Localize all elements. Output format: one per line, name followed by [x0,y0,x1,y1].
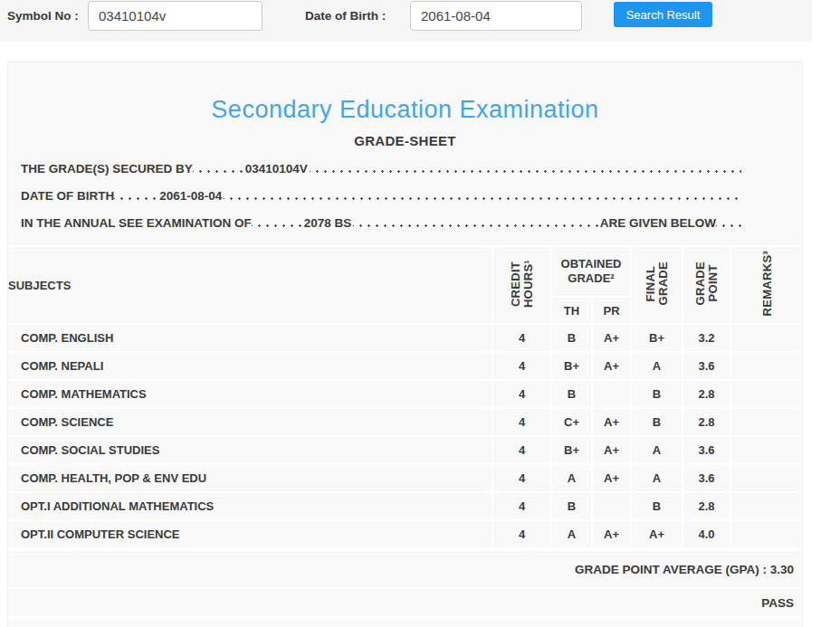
cell-th: B [551,380,592,408]
table-row: COMP. HEALTH, POP & ENV EDU4AA+A3.6 [8,464,803,492]
are-given-below-label: ARE GIVEN BELOW [600,216,716,230]
dob-value: 2061-08-04 [159,189,222,203]
cell-final_grade: A [631,464,682,492]
dot-leader [193,167,243,176]
result-status: PASS [761,596,794,610]
cell-th: B [551,324,592,352]
cell-credit_hours: 4 [492,436,551,464]
column-header-pr: PR [592,297,631,324]
cell-final_grade: A [631,436,682,464]
examination-label: IN THE ANNUAL SEE EXAMINATION OF [21,216,252,230]
symbol-no-value: 03410104V [245,162,308,176]
cell-th: A [551,520,592,548]
cell-subject: COMP. SOCIAL STUDIES [8,436,492,464]
cell-grade_point: 2.8 [682,408,730,436]
dot-leader [252,222,302,230]
dot-leader [353,222,599,230]
cell-pr: A+ [592,436,631,464]
cell-final_grade: B [631,408,682,436]
table-row: COMP. SCIENCE4C+A+B2.8 [8,408,803,436]
remarks-label: REMARKS³ [761,251,774,316]
search-bar: Symbol No : Date of Birth : Search Resul… [0,0,812,42]
table-row: COMP. ENGLISH4BA+B+3.2 [8,324,803,352]
cell-final_grade: A [631,352,682,380]
statement-lines: THE GRADE(S) SECURED BY 03410104V DATE O… [21,155,741,236]
grade-table: SUBJECTS CREDIT HOURS¹ OBTAINED GRADE² F… [8,245,803,549]
table-row: OPT.I ADDITIONAL MATHEMATICS4BB2.8 [8,492,803,520]
dob-statement-label: DATE OF BIRTH [21,189,114,203]
cell-subject: OPT.II COMPUTER SCIENCE [8,520,492,548]
column-header-credit-hours: CREDIT HOURS¹ [492,246,551,324]
cell-th: B+ [551,352,592,380]
cell-final_grade: A+ [631,520,682,548]
cell-credit_hours: 4 [492,324,551,352]
column-header-final-grade: FINAL GRADE [631,246,682,324]
cell-pr: A+ [592,324,631,352]
cell-th: A [551,464,592,492]
cell-final_grade: B+ [631,324,682,352]
cell-pr: A+ [592,352,631,380]
search-result-button[interactable]: Search Result [614,2,712,27]
cell-pr [592,492,631,520]
grade-point-label: GRADE POINT [694,261,720,305]
cell-grade_point: 2.8 [682,380,730,408]
cell-remarks [730,352,803,380]
cell-subject: COMP. HEALTH, POP & ENV EDU [8,464,492,492]
cell-final_grade: B [631,492,682,520]
cell-th: B [551,492,592,520]
cell-grade_point: 3.6 [682,464,730,492]
dot-leader [224,195,741,203]
gradesheet-card: Secondary Education Examination GRADE-SH… [7,62,803,627]
credit-hours-label: CREDIT HOURS¹ [510,260,535,308]
statement-secured-by: THE GRADE(S) SECURED BY 03410104V [21,155,741,182]
column-header-obtained-grade: OBTAINED GRADE² [551,246,631,297]
column-header-subjects: SUBJECTS [8,246,492,324]
gradesheet-subtitle: GRADE-SHEET [8,133,802,149]
dot-leader [310,167,741,176]
cell-credit_hours: 4 [492,380,551,408]
cell-grade_point: 3.2 [682,324,730,352]
cell-subject: OPT.I ADDITIONAL MATHEMATICS [8,492,492,520]
cell-credit_hours: 4 [492,352,551,380]
cell-pr: A+ [592,464,631,492]
cell-th: C+ [551,408,592,436]
gpa-value: GRADE POINT AVERAGE (GPA) : 3.30 [575,563,794,576]
secured-by-label: THE GRADE(S) SECURED BY [21,162,193,176]
cell-grade_point: 3.6 [682,352,730,380]
cell-subject: COMP. ENGLISH [8,324,492,352]
symbol-no-label: Symbol No : [7,9,79,23]
cell-final_grade: B [631,380,682,408]
statement-examination-year: IN THE ANNUAL SEE EXAMINATION OF 2078 BS… [21,209,741,236]
column-header-th: TH [551,297,592,324]
cell-subject: COMP. MATHEMATICS [8,380,492,408]
symbol-no-input[interactable] [88,1,262,31]
cell-credit_hours: 4 [492,492,551,520]
cell-credit_hours: 4 [492,520,551,548]
table-row: COMP. SOCIAL STUDIES4B+A+A3.6 [8,436,803,464]
cell-grade_point: 3.6 [682,436,730,464]
cell-pr: A+ [592,408,631,436]
cell-grade_point: 4.0 [682,520,730,548]
final-grade-label: FINAL GRADE [644,261,670,305]
cell-remarks [730,408,803,436]
table-header-row: SUBJECTS CREDIT HOURS¹ OBTAINED GRADE² F… [8,246,803,297]
examination-year-value: 2078 BS [304,216,352,230]
date-of-birth-label: Date of Birth : [305,9,386,23]
table-row: OPT.II COMPUTER SCIENCE4AA+A+4.0 [8,520,803,548]
page-title: Secondary Education Examination [8,95,802,124]
cell-pr: A+ [592,520,631,548]
result-status-row: PASS [8,587,802,616]
table-row: COMP. MATHEMATICS4BB2.8 [8,380,803,408]
cell-credit_hours: 4 [492,464,551,492]
date-of-birth-input[interactable] [410,1,582,31]
cell-subject: COMP. NEPALI [8,352,492,380]
column-header-remarks: REMARKS³ [730,246,803,324]
dot-leader [114,195,158,203]
table-row: COMP. NEPALI4B+A+A3.6 [8,352,803,380]
cell-subject: COMP. SCIENCE [8,408,492,436]
grade-rows: COMP. ENGLISH4BA+B+3.2COMP. NEPALI4B+A+A… [8,324,803,548]
gpa-summary-row: GRADE POINT AVERAGE (GPA) : 3.30 [8,549,802,587]
section-divider [8,616,802,619]
column-header-grade-point: GRADE POINT [682,246,730,324]
cell-credit_hours: 4 [492,408,551,436]
